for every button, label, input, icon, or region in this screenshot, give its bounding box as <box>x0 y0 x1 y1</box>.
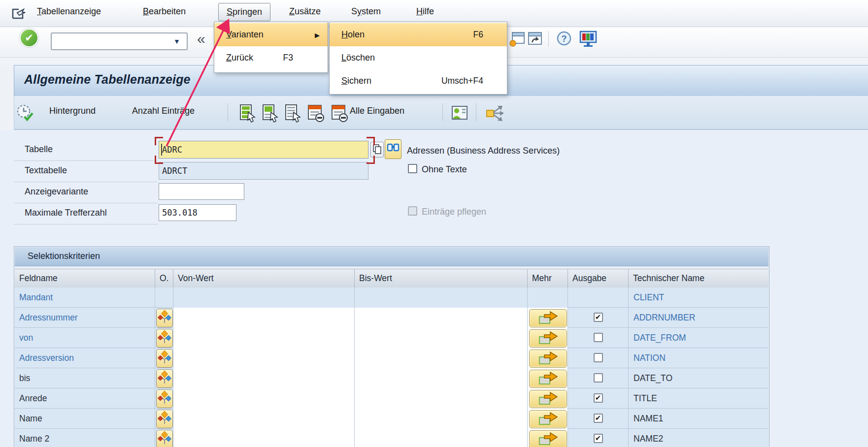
collapse-toolbar-icon[interactable]: « <box>197 31 205 47</box>
ohne-texte-checkbox[interactable] <box>408 164 417 173</box>
select-all-icon[interactable] <box>238 103 256 123</box>
command-field[interactable] <box>51 32 188 50</box>
mehr-cell <box>528 409 568 429</box>
output-checkbox[interactable]: ✔ <box>594 393 603 403</box>
bis-wert-cell[interactable] <box>355 409 528 429</box>
multiple-selection-button[interactable] <box>529 350 567 368</box>
bis-wert-cell[interactable] <box>355 348 528 368</box>
menu-item-sichern[interactable]: SichernUmsch+F4 <box>330 69 507 93</box>
execute-icon[interactable] <box>16 103 35 124</box>
eintraege-pflegen-label: Einträge pflegen <box>422 207 486 217</box>
mehr-cell <box>528 328 568 348</box>
enter-button[interactable]: ✔ <box>21 30 37 46</box>
hintergrund-button[interactable]: Hintergrund <box>49 106 96 116</box>
multiple-selection-button[interactable] <box>529 309 567 327</box>
command-dropdown-icon[interactable]: ▼ <box>173 37 180 45</box>
help-icon[interactable]: ? <box>556 30 572 47</box>
branch-arrows-icon[interactable] <box>485 103 505 123</box>
von-wert-cell[interactable] <box>173 328 355 348</box>
alle-eingaben-button[interactable]: Alle Eingaben <box>350 106 404 116</box>
technical-name: CLIENT <box>629 287 768 307</box>
toolbar-separator <box>548 31 549 47</box>
deselect-all-icon[interactable] <box>284 103 301 123</box>
multiple-selection-icon <box>536 310 560 325</box>
create-shortcut-icon[interactable] <box>526 30 543 48</box>
von-wert-cell[interactable] <box>173 368 355 388</box>
multiple-selection-button[interactable] <box>529 390 567 408</box>
feldname-cell: von <box>15 328 155 348</box>
multiple-selection-button[interactable] <box>529 329 567 348</box>
field-label: Adressversion <box>15 348 155 368</box>
anzahl-eintraege-button[interactable]: Anzahl Einträge <box>132 106 195 116</box>
select-block-icon[interactable] <box>261 103 279 123</box>
user-settings-icon[interactable] <box>450 103 469 123</box>
feldname-cell: Mandant <box>15 287 155 308</box>
von-wert-cell[interactable] <box>173 348 355 368</box>
menu-item-holen[interactable]: HolenF6 <box>330 23 507 46</box>
selection-options-icon <box>158 430 171 446</box>
bis-wert-cell[interactable] <box>355 388 528 409</box>
bis-wert-cell[interactable] <box>355 368 528 388</box>
menu-item-varianten[interactable]: Varianten▶ <box>214 23 328 46</box>
bis-wert-cell[interactable] <box>355 328 528 348</box>
col-mehr: Mehr <box>528 269 568 288</box>
selection-options-icon <box>158 410 171 426</box>
customize-layout-icon[interactable] <box>578 30 598 48</box>
technical-name: NAME1 <box>629 409 768 428</box>
tabelle-label: Tabelle <box>25 144 53 155</box>
sap-gui-window: Allgemeine Tabellenanzeige Tabellenanzei… <box>0 0 868 447</box>
delete-selection-icon[interactable] <box>306 103 325 123</box>
bis-wert-cell[interactable] <box>355 429 528 447</box>
output-checkbox[interactable]: ✔ <box>594 313 603 322</box>
multiple-selection-button[interactable] <box>529 410 567 428</box>
technical-name: DATE_TO <box>629 368 768 388</box>
menu-system[interactable]: System <box>351 6 381 17</box>
delete-all-selections-icon[interactable] <box>330 103 349 123</box>
selection-options-icon <box>158 350 171 365</box>
menu-item-zur-ck[interactable]: ZurückF3 <box>214 46 328 69</box>
menu-tabellenanzeige[interactable]: Tabellenanzeige <box>37 6 101 17</box>
multiple-selection-button[interactable] <box>529 430 567 447</box>
selection-options-icon <box>158 309 171 325</box>
selection-option-button[interactable] <box>156 430 173 447</box>
selection-option-button[interactable] <box>156 349 173 368</box>
menu-bearbeiten[interactable]: Bearbeiten <box>143 6 186 17</box>
von-wert-cell[interactable] <box>173 287 355 308</box>
menu-zus-tze[interactable]: Zusätze <box>289 6 321 17</box>
selection-option-button[interactable] <box>156 369 173 388</box>
output-checkbox[interactable]: ✔ <box>594 414 603 423</box>
technical-name: NATION <box>629 348 768 368</box>
von-wert-cell[interactable] <box>173 409 355 429</box>
multiple-selection-icon <box>536 350 560 365</box>
multiple-selection-icon <box>536 390 560 406</box>
menu-springen[interactable]: Springen <box>218 3 270 21</box>
sap-screen-icon[interactable] <box>11 6 27 20</box>
new-session-icon[interactable] <box>508 30 525 48</box>
output-checkbox[interactable]: ✔ <box>594 434 603 443</box>
von-wert-cell[interactable] <box>173 388 355 409</box>
selection-option-button[interactable] <box>156 329 173 348</box>
menu-hilfe[interactable]: Hilfe <box>416 6 434 17</box>
menu-item-l-schen[interactable]: Löschen <box>330 46 507 69</box>
output-checkbox[interactable] <box>594 353 603 362</box>
tabelle-input[interactable] <box>159 141 368 159</box>
ausgabe-cell: ✔ <box>568 388 629 409</box>
col-ausgabe: Ausgabe <box>568 269 629 288</box>
output-checkbox[interactable] <box>594 373 603 383</box>
selection-option-button[interactable] <box>156 410 173 428</box>
von-wert-cell[interactable] <box>173 308 355 328</box>
varianten-submenu: HolenF6LöschenSichernUmsch+F4 <box>329 22 507 95</box>
technischer-name-cell: TITLE <box>629 388 768 409</box>
field-label: Name 2 <box>15 429 155 447</box>
multiple-selection-button[interactable] <box>529 370 567 388</box>
selection-option-button[interactable] <box>156 389 173 408</box>
selection-option-button[interactable] <box>156 309 173 327</box>
max-trefferzahl-input[interactable] <box>159 204 236 221</box>
bis-wert-cell[interactable] <box>355 287 528 308</box>
selection-options-icon <box>158 390 171 406</box>
output-checkbox[interactable] <box>594 333 603 342</box>
anzeigevariante-input[interactable] <box>159 183 244 200</box>
von-wert-cell[interactable] <box>173 429 355 447</box>
search-help-icon[interactable] <box>385 139 401 159</box>
bis-wert-cell[interactable] <box>355 308 528 328</box>
